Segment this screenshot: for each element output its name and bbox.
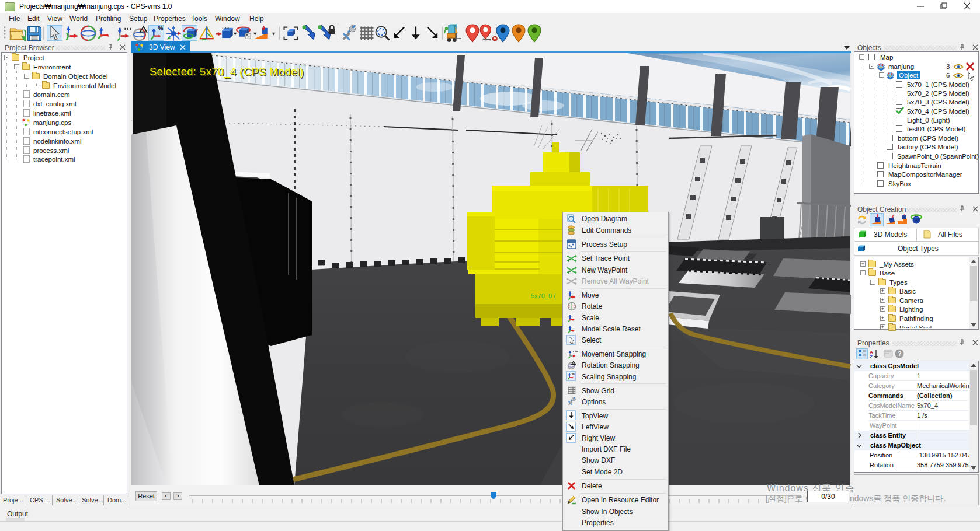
svg-text:%: % [158,25,163,32]
svg-text:?: ? [898,350,902,357]
svg-text:5x70_0 (: 5x70_0 ( [531,292,556,299]
svg-text:%: % [572,372,575,376]
svg-text:Z: Z [870,354,873,359]
svg-text:Selected: 5x70_4 (CPS Model): Selected: 5x70_4 (CPS Model) [150,66,304,78]
